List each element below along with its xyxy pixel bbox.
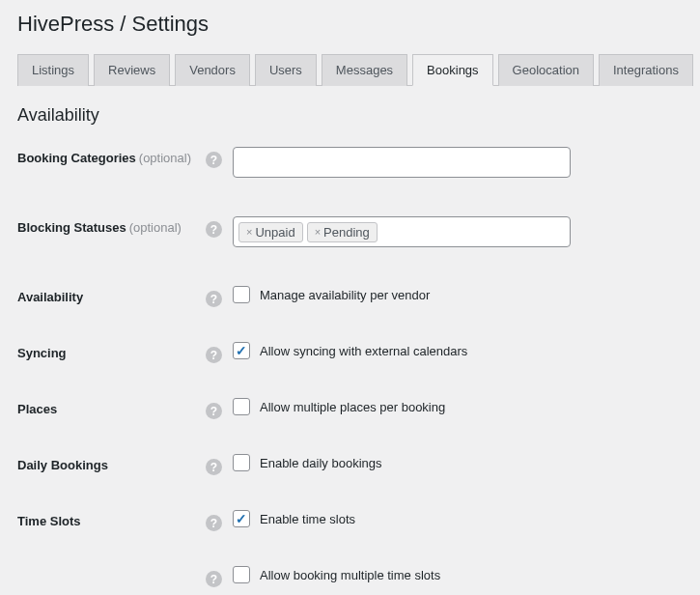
availability-checkbox[interactable] [233,286,250,303]
row-syncing: Syncing ? Allow syncing with external ca… [17,342,683,363]
syncing-checkbox[interactable] [233,342,250,359]
tag-unpaid[interactable]: ×Unpaid [238,222,303,242]
tab-reviews[interactable]: Reviews [94,54,170,86]
page-title: HivePress / Settings [17,12,683,37]
label-availability: Availability [17,290,83,304]
tab-messages[interactable]: Messages [322,54,407,86]
label-optional: (optional) [129,220,182,235]
tabs-container: Listings Reviews Vendors Users Messages … [17,54,683,86]
tab-geolocation[interactable]: Geolocation [498,54,594,86]
syncing-checkbox-label: Allow syncing with external calendars [260,344,467,358]
label-time-slots: Time Slots [17,514,81,528]
help-icon[interactable]: ? [206,152,222,168]
label-syncing: Syncing [17,346,67,360]
places-checkbox[interactable] [233,398,250,415]
help-icon[interactable]: ? [206,571,222,587]
label-blocking-statuses: Blocking Statuses [17,220,126,235]
section-title: Availability [17,105,683,126]
availability-checkbox-label: Manage availability per vendor [260,288,430,302]
daily-bookings-checkbox-label: Enable daily bookings [260,456,381,470]
row-availability: Availability ? Manage availability per v… [17,286,683,307]
label-booking-categories: Booking Categories [17,151,136,165]
tag-label: Pending [323,225,370,240]
time-slots-checkbox-label: Enable time slots [260,512,355,526]
help-icon[interactable]: ? [206,515,222,531]
tag-label: Unpaid [255,225,294,240]
tab-listings[interactable]: Listings [17,54,89,86]
row-time-slots: Time Slots ? Enable time slots [17,510,683,531]
daily-bookings-checkbox[interactable] [233,454,250,471]
tab-vendors[interactable]: Vendors [175,54,250,86]
label-places: Places [17,402,57,416]
row-daily-bookings: Daily Bookings ? Enable daily bookings [17,454,683,475]
label-daily-bookings: Daily Bookings [17,458,108,472]
help-icon[interactable]: ? [206,221,222,238]
row-time-slots-multiple: ? Allow booking multiple time slots [17,566,683,587]
tab-users[interactable]: Users [255,54,317,86]
close-icon[interactable]: × [246,226,252,238]
help-icon[interactable]: ? [206,403,222,419]
row-places: Places ? Allow multiple places per booki… [17,398,683,419]
row-blocking-statuses: Blocking Statuses (optional) ? ×Unpaid ×… [17,216,683,247]
time-slots-checkbox[interactable] [233,510,250,527]
tab-bookings[interactable]: Bookings [412,54,492,86]
help-icon[interactable]: ? [206,347,222,363]
blocking-statuses-input[interactable]: ×Unpaid ×Pending [233,216,571,247]
close-icon[interactable]: × [315,226,321,238]
time-slots-multiple-checkbox[interactable] [233,566,250,583]
row-booking-categories: Booking Categories (optional) ? [17,147,683,178]
tag-pending[interactable]: ×Pending [307,222,378,242]
tab-integrations[interactable]: Integrations [599,54,693,86]
help-icon[interactable]: ? [206,459,222,475]
places-checkbox-label: Allow multiple places per booking [260,400,445,414]
label-optional: (optional) [139,151,191,165]
help-icon[interactable]: ? [206,291,222,307]
booking-categories-input[interactable] [233,147,571,178]
time-slots-multiple-checkbox-label: Allow booking multiple time slots [260,568,440,582]
